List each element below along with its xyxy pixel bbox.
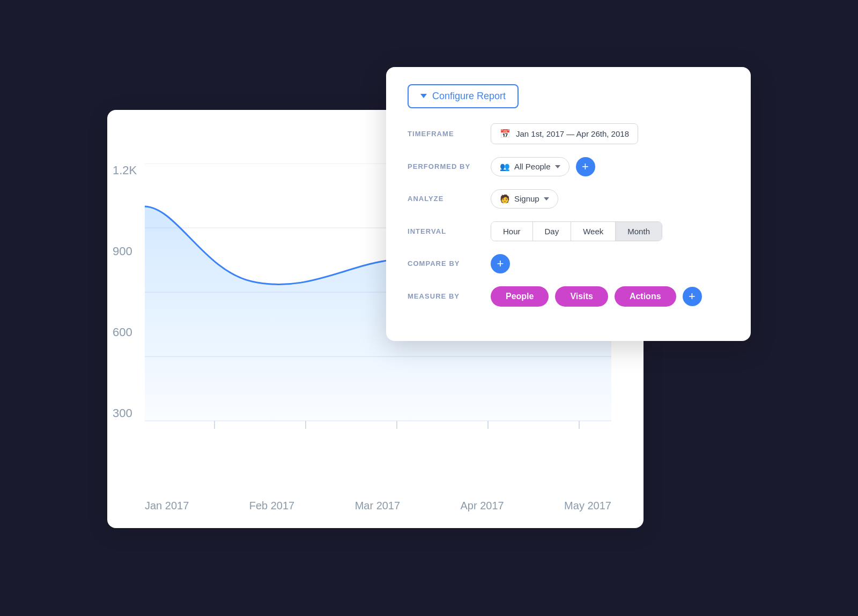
interval-content: Hour Day Week Month [491, 221, 662, 241]
analyze-dropdown[interactable]: 🧑 Signup [491, 189, 558, 209]
compare-by-label: COMPARE BY [408, 259, 491, 268]
timeframe-content: 📅 Jan 1st, 2017 — Apr 26th, 2018 [491, 123, 638, 144]
configure-report-button[interactable]: Configure Report [408, 84, 519, 108]
x-label-feb: Feb 2017 [249, 500, 295, 512]
measure-visits-button[interactable]: Visits [555, 286, 608, 307]
analyze-value: Signup [514, 194, 539, 203]
x-label-apr: Apr 2017 [461, 500, 504, 512]
all-people-dropdown[interactable]: 👥 All People [491, 157, 569, 176]
performed-by-content: 👥 All People + [491, 157, 595, 176]
interval-hour-button[interactable]: Hour [491, 222, 533, 241]
chevron-down-icon [544, 197, 549, 201]
interval-row: INTERVAL Hour Day Week Month [408, 221, 729, 241]
measure-by-row: MEASURE BY People Visits Actions + [408, 286, 729, 307]
calendar-icon: 📅 [500, 129, 511, 139]
interval-group: Hour Day Week Month [491, 221, 662, 241]
measure-people-button[interactable]: People [491, 286, 549, 307]
timeframe-row: TIMEFRAME 📅 Jan 1st, 2017 — Apr 26th, 20… [408, 123, 729, 144]
y-label-900: 900 [113, 244, 137, 258]
timeframe-input[interactable]: 📅 Jan 1st, 2017 — Apr 26th, 2018 [491, 123, 638, 144]
chevron-down-icon [420, 94, 427, 98]
performed-by-row: PERFORMED BY 👥 All People + [408, 157, 729, 176]
compare-by-content: + [491, 254, 510, 273]
analyze-content: 🧑 Signup [491, 189, 558, 209]
config-header: Configure Report [408, 84, 729, 108]
configure-report-label: Configure Report [432, 91, 506, 102]
timeframe-value: Jan 1st, 2017 — Apr 26th, 2018 [516, 129, 629, 138]
y-label-300: 300 [113, 406, 137, 420]
add-performed-by-button[interactable]: + [576, 157, 595, 176]
timeframe-label: TIMEFRAME [408, 130, 491, 138]
chart-x-axis: Jan 2017 Feb 2017 Mar 2017 Apr 2017 May … [145, 500, 611, 512]
x-label-may: May 2017 [564, 500, 611, 512]
chart-y-axis: 1.2K 900 600 300 [113, 164, 137, 421]
add-compare-by-button[interactable]: + [491, 254, 510, 273]
performed-by-label: PERFORMED BY [408, 162, 491, 170]
configure-report-panel: Configure Report TIMEFRAME 📅 Jan 1st, 20… [386, 67, 751, 341]
y-label-1.2k: 1.2K [113, 164, 137, 177]
compare-by-row: COMPARE BY + [408, 254, 729, 273]
interval-month-button[interactable]: Month [616, 222, 662, 241]
interval-week-button[interactable]: Week [571, 222, 616, 241]
interval-day-button[interactable]: Day [533, 222, 572, 241]
y-label-600: 600 [113, 325, 137, 339]
signup-icon: 🧑 [500, 194, 510, 204]
x-label-mar: Mar 2017 [355, 500, 401, 512]
measure-by-label: MEASURE BY [408, 292, 491, 300]
x-label-jan: Jan 2017 [145, 500, 189, 512]
interval-label: INTERVAL [408, 227, 491, 235]
all-people-value: All People [514, 162, 551, 171]
add-measure-button[interactable]: + [683, 287, 702, 306]
analyze-row: ANALYZE 🧑 Signup [408, 189, 729, 209]
measure-by-content: People Visits Actions + [491, 286, 702, 307]
people-icon: 👥 [500, 162, 510, 172]
chevron-down-icon [555, 165, 560, 168]
measure-actions-button[interactable]: Actions [615, 286, 676, 307]
analyze-label: ANALYZE [408, 195, 491, 203]
